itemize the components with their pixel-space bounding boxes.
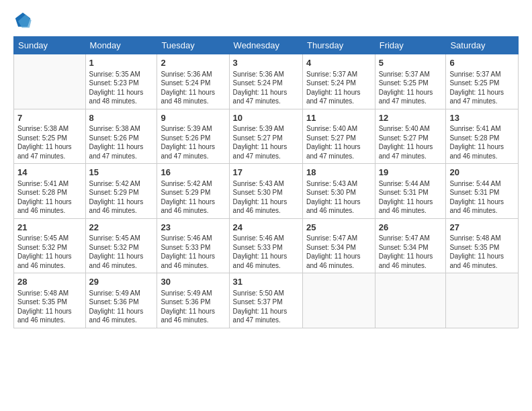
calendar-cell: 2Sunrise: 5:36 AM Sunset: 5:24 PM Daylig… [157,54,229,109]
calendar-cell: 18Sunrise: 5:43 AM Sunset: 5:30 PM Dayli… [302,164,375,219]
day-number: 28 [17,276,82,288]
day-info: Sunrise: 5:41 AM Sunset: 5:28 PM Dayligh… [449,124,515,161]
calendar-day-header: Thursday [302,37,375,54]
day-info: Sunrise: 5:47 AM Sunset: 5:34 PM Dayligh… [306,234,371,270]
calendar-cell: 12Sunrise: 5:40 AM Sunset: 5:27 PM Dayli… [375,109,446,164]
calendar-week-row: 14Sunrise: 5:41 AM Sunset: 5:28 PM Dayli… [14,164,519,219]
calendar-cell: 14Sunrise: 5:41 AM Sunset: 5:28 PM Dayli… [14,164,86,219]
day-info: Sunrise: 5:39 AM Sunset: 5:27 PM Dayligh… [233,124,299,161]
header [13,11,519,30]
day-info: Sunrise: 5:36 AM Sunset: 5:24 PM Dayligh… [233,70,299,106]
calendar-cell: 21Sunrise: 5:45 AM Sunset: 5:32 PM Dayli… [14,218,86,273]
day-number: 3 [233,57,299,69]
day-number: 14 [17,167,82,179]
day-info: Sunrise: 5:49 AM Sunset: 5:36 PM Dayligh… [89,289,154,325]
day-number: 7 [17,112,82,124]
day-info: Sunrise: 5:37 AM Sunset: 5:24 PM Dayligh… [306,70,371,106]
day-info: Sunrise: 5:38 AM Sunset: 5:26 PM Dayligh… [89,124,154,161]
calendar-cell: 6Sunrise: 5:37 AM Sunset: 5:25 PM Daylig… [446,54,519,109]
logo-icon [13,11,32,30]
calendar-day-header: Sunday [14,37,86,54]
day-number: 10 [233,112,299,124]
calendar-cell: 4Sunrise: 5:37 AM Sunset: 5:24 PM Daylig… [302,54,375,109]
calendar-cell [446,273,519,328]
calendar-cell: 26Sunrise: 5:47 AM Sunset: 5:34 PM Dayli… [375,218,446,273]
calendar-cell: 23Sunrise: 5:46 AM Sunset: 5:33 PM Dayli… [157,218,229,273]
day-info: Sunrise: 5:45 AM Sunset: 5:32 PM Dayligh… [17,234,82,270]
calendar-cell: 17Sunrise: 5:43 AM Sunset: 5:30 PM Dayli… [229,164,302,219]
calendar-week-row: 1Sunrise: 5:35 AM Sunset: 5:23 PM Daylig… [14,54,519,109]
calendar-cell: 5Sunrise: 5:37 AM Sunset: 5:25 PM Daylig… [375,54,446,109]
day-info: Sunrise: 5:40 AM Sunset: 5:27 PM Dayligh… [306,124,371,161]
calendar-day-header: Friday [375,37,446,54]
calendar-header-row: SundayMondayTuesdayWednesdayThursdayFrid… [14,37,519,54]
calendar-cell: 19Sunrise: 5:44 AM Sunset: 5:31 PM Dayli… [375,164,446,219]
calendar-cell: 24Sunrise: 5:46 AM Sunset: 5:33 PM Dayli… [229,218,302,273]
day-info: Sunrise: 5:42 AM Sunset: 5:29 PM Dayligh… [89,179,154,216]
day-number: 19 [379,167,443,179]
day-info: Sunrise: 5:49 AM Sunset: 5:36 PM Dayligh… [161,289,225,325]
day-number: 24 [233,222,299,234]
day-info: Sunrise: 5:35 AM Sunset: 5:23 PM Dayligh… [89,70,154,106]
day-info: Sunrise: 5:43 AM Sunset: 5:30 PM Dayligh… [306,179,371,216]
day-number: 27 [449,222,515,234]
day-info: Sunrise: 5:46 AM Sunset: 5:33 PM Dayligh… [161,234,225,270]
day-number: 25 [306,222,371,234]
calendar-cell: 11Sunrise: 5:40 AM Sunset: 5:27 PM Dayli… [302,109,375,164]
day-info: Sunrise: 5:37 AM Sunset: 5:25 PM Dayligh… [379,70,443,106]
day-number: 22 [89,222,154,234]
calendar-day-header: Tuesday [157,37,229,54]
day-number: 1 [89,57,154,69]
day-info: Sunrise: 5:46 AM Sunset: 5:33 PM Dayligh… [233,234,299,270]
day-number: 6 [449,57,515,69]
calendar-cell: 30Sunrise: 5:49 AM Sunset: 5:36 PM Dayli… [157,273,229,328]
day-number: 11 [306,112,371,124]
calendar-cell [14,54,86,109]
day-info: Sunrise: 5:44 AM Sunset: 5:31 PM Dayligh… [449,179,515,216]
day-number: 23 [161,222,225,234]
day-number: 30 [161,276,225,288]
calendar-week-row: 28Sunrise: 5:48 AM Sunset: 5:35 PM Dayli… [14,273,519,328]
day-number: 18 [306,167,371,179]
day-number: 26 [379,222,443,234]
calendar-cell: 22Sunrise: 5:45 AM Sunset: 5:32 PM Dayli… [85,218,157,273]
day-number: 31 [233,276,299,288]
calendar-cell: 3Sunrise: 5:36 AM Sunset: 5:24 PM Daylig… [229,54,302,109]
calendar-cell: 29Sunrise: 5:49 AM Sunset: 5:36 PM Dayli… [85,273,157,328]
calendar-day-header: Saturday [446,37,519,54]
calendar-cell: 9Sunrise: 5:39 AM Sunset: 5:26 PM Daylig… [157,109,229,164]
day-number: 12 [379,112,443,124]
day-number: 13 [449,112,515,124]
day-number: 15 [89,167,154,179]
day-number: 21 [17,222,82,234]
calendar-cell: 31Sunrise: 5:50 AM Sunset: 5:37 PM Dayli… [229,273,302,328]
day-number: 16 [161,167,225,179]
calendar-cell: 8Sunrise: 5:38 AM Sunset: 5:26 PM Daylig… [85,109,157,164]
calendar-cell: 27Sunrise: 5:48 AM Sunset: 5:35 PM Dayli… [446,218,519,273]
page: SundayMondayTuesdayWednesdayThursdayFrid… [0,0,532,335]
day-info: Sunrise: 5:48 AM Sunset: 5:35 PM Dayligh… [17,289,82,325]
day-info: Sunrise: 5:36 AM Sunset: 5:24 PM Dayligh… [161,70,225,106]
day-number: 8 [89,112,154,124]
day-number: 9 [161,112,225,124]
day-number: 5 [379,57,443,69]
day-number: 29 [89,276,154,288]
calendar-cell: 16Sunrise: 5:42 AM Sunset: 5:29 PM Dayli… [157,164,229,219]
day-number: 2 [161,57,225,69]
calendar-cell: 25Sunrise: 5:47 AM Sunset: 5:34 PM Dayli… [302,218,375,273]
calendar-table: SundayMondayTuesdayWednesdayThursdayFrid… [13,36,519,328]
day-info: Sunrise: 5:45 AM Sunset: 5:32 PM Dayligh… [89,234,154,270]
calendar-cell: 7Sunrise: 5:38 AM Sunset: 5:25 PM Daylig… [14,109,86,164]
day-info: Sunrise: 5:47 AM Sunset: 5:34 PM Dayligh… [379,234,443,270]
calendar-cell: 28Sunrise: 5:48 AM Sunset: 5:35 PM Dayli… [14,273,86,328]
day-info: Sunrise: 5:48 AM Sunset: 5:35 PM Dayligh… [449,234,515,270]
day-number: 17 [233,167,299,179]
day-info: Sunrise: 5:38 AM Sunset: 5:25 PM Dayligh… [17,124,82,161]
day-info: Sunrise: 5:50 AM Sunset: 5:37 PM Dayligh… [233,289,299,325]
day-number: 4 [306,57,371,69]
calendar-cell: 1Sunrise: 5:35 AM Sunset: 5:23 PM Daylig… [85,54,157,109]
logo-area [13,11,35,30]
calendar-cell: 13Sunrise: 5:41 AM Sunset: 5:28 PM Dayli… [446,109,519,164]
calendar-week-row: 21Sunrise: 5:45 AM Sunset: 5:32 PM Dayli… [14,218,519,273]
calendar-cell: 10Sunrise: 5:39 AM Sunset: 5:27 PM Dayli… [229,109,302,164]
